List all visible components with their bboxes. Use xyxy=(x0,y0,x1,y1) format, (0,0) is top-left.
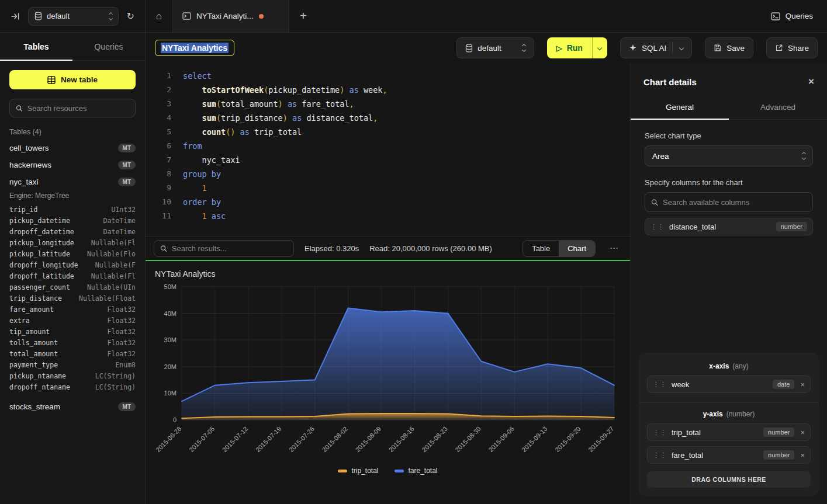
available-column-distance_total[interactable]: ⋮⋮distance_totalnumber xyxy=(645,218,813,235)
column-type: Nullable(Fl xyxy=(91,239,136,247)
tables-section-label: Tables (4) xyxy=(9,128,136,136)
column-name: trip_distance xyxy=(9,294,62,303)
chart-details-panel: Chart details × General Advanced Select … xyxy=(630,63,827,504)
svg-text:2015-08-30: 2015-08-30 xyxy=(454,425,482,453)
drag-handle-icon[interactable]: ⋮⋮ xyxy=(653,381,667,388)
table-row-nyc_taxi[interactable]: nyc_taxiMT xyxy=(0,173,145,190)
column-type: UInt32 xyxy=(111,206,136,214)
table-row-hackernews[interactable]: hackernewsMT xyxy=(0,157,145,173)
resource-search-input[interactable] xyxy=(27,104,129,113)
column-type: LC(String) xyxy=(95,372,136,380)
view-toggle-table[interactable]: Table xyxy=(523,241,559,256)
results-toolbar: Elapsed: 0.320s Read: 20,000,000 rows (2… xyxy=(146,236,630,260)
column-type: Float32 xyxy=(108,305,136,314)
drag-handle-icon[interactable]: ⋮⋮ xyxy=(650,223,665,231)
column-type: Nullable(Flo xyxy=(87,250,136,258)
y-axis-column-trip_total[interactable]: ⋮⋮trip_totalnumber× xyxy=(647,423,811,441)
y-axis-items: ⋮⋮trip_totalnumber×⋮⋮fare_totalnumber× xyxy=(645,423,813,464)
results-search-input[interactable] xyxy=(172,244,288,253)
column-row: trip_idUInt32 xyxy=(0,204,145,215)
tab-title: NYTaxi Analyti... xyxy=(196,12,254,20)
chart-type-label: Select chart type xyxy=(645,131,813,140)
column-search-input[interactable] xyxy=(663,198,807,207)
remove-icon[interactable]: × xyxy=(800,428,805,437)
more-options-button[interactable]: ⋯ xyxy=(606,243,622,253)
line-number: 5 xyxy=(156,125,171,139)
column-name: dropoff_datetime xyxy=(9,228,74,236)
svg-text:40M: 40M xyxy=(164,310,177,317)
column-row: passenger_countNullable(UIn xyxy=(0,281,145,293)
database-icon xyxy=(465,44,473,53)
tab-nytaxi-analytics[interactable]: NYTaxi Analyti... xyxy=(172,0,289,32)
chart-type-select[interactable]: Area xyxy=(645,145,813,166)
sql-ai-button[interactable]: SQL AI xyxy=(620,37,692,58)
share-button[interactable]: Share xyxy=(766,37,818,58)
svg-text:2015-07-05: 2015-07-05 xyxy=(188,425,216,453)
drag-handle-icon[interactable]: ⋮⋮ xyxy=(653,451,667,459)
drag-handle-icon[interactable]: ⋮⋮ xyxy=(653,429,667,436)
remove-icon[interactable]: × xyxy=(800,451,805,460)
new-tab-button[interactable]: + xyxy=(289,9,317,23)
sql-editor[interactable]: 1select2 toStartOfWeek(pickup_datetime) … xyxy=(146,63,630,236)
share-icon xyxy=(775,44,783,52)
close-icon[interactable]: × xyxy=(808,76,814,88)
new-table-button[interactable]: New table xyxy=(9,70,136,89)
column-search[interactable] xyxy=(645,192,813,212)
column-name: fare_amount xyxy=(9,305,54,314)
line-number: 6 xyxy=(156,139,171,153)
share-button-label: Share xyxy=(788,44,809,53)
save-button[interactable]: Save xyxy=(705,37,753,58)
chart-legend: trip_totalfare_total xyxy=(155,467,621,475)
chart-type-value: Area xyxy=(652,152,669,161)
legend-item-fare_total[interactable]: fare_total xyxy=(395,467,437,475)
column-row: dropoff_longitudeNullable(F xyxy=(0,259,145,270)
engine-badge: MT xyxy=(118,402,136,411)
collapse-sidebar-button[interactable] xyxy=(8,9,22,23)
search-icon xyxy=(16,105,23,112)
x-axis-column-week[interactable]: ⋮⋮weekdate× xyxy=(647,376,811,393)
svg-text:2015-09-06: 2015-09-06 xyxy=(487,425,515,453)
run-options-button[interactable] xyxy=(592,37,607,58)
panel-tab-general[interactable]: General xyxy=(631,97,729,119)
legend-item-trip_total[interactable]: trip_total xyxy=(338,467,378,475)
line-number: 1 xyxy=(156,69,171,83)
line-number: 8 xyxy=(156,167,171,181)
queries-button[interactable]: Queries xyxy=(771,12,813,20)
column-name: pickup_datetime xyxy=(9,217,70,225)
column-row: pickup_datetimeDateTime xyxy=(0,215,145,226)
resource-search[interactable] xyxy=(9,99,136,117)
column-row: trip_distanceNullable(Float xyxy=(0,293,145,304)
svg-text:2015-08-23: 2015-08-23 xyxy=(421,425,449,453)
column-name: trip_total xyxy=(672,428,701,437)
view-toggle-chart[interactable]: Chart xyxy=(559,241,595,256)
column-name: pickup_latitude xyxy=(9,250,70,258)
database-selector[interactable]: default xyxy=(28,7,119,26)
area-chart[interactable]: 010M20M30M40M50M2015-06-282015-07-052015… xyxy=(155,281,622,467)
table-row-stocks_stream[interactable]: stocks_streamMT xyxy=(0,398,145,415)
remove-icon[interactable]: × xyxy=(800,380,805,389)
new-table-label: New table xyxy=(61,75,98,84)
svg-text:50M: 50M xyxy=(164,283,177,290)
table-name: nyc_taxi xyxy=(9,178,39,186)
code-line: 10order by xyxy=(156,195,630,209)
run-button-group: ▷ Run xyxy=(547,37,607,58)
sidebar-tab-queries[interactable]: Queries xyxy=(72,33,145,60)
sidebar-tab-tables[interactable]: Tables xyxy=(0,33,72,60)
table-row-cell_towers[interactable]: cell_towersMT xyxy=(0,140,145,157)
panel-tab-advanced[interactable]: Advanced xyxy=(729,97,827,119)
drop-zone[interactable]: DRAG COLUMNS HERE xyxy=(647,471,811,488)
sparkle-icon xyxy=(629,44,637,52)
query-title-input[interactable]: NYTaxi Analytics xyxy=(155,40,234,56)
type-badge: number xyxy=(776,222,807,231)
home-button[interactable]: ⌂ xyxy=(146,0,172,32)
svg-text:2015-08-02: 2015-08-02 xyxy=(321,425,349,453)
table-grid-icon xyxy=(47,76,56,84)
results-search[interactable] xyxy=(154,240,294,257)
refresh-button[interactable]: ↻ xyxy=(124,8,137,24)
chevron-updown-icon xyxy=(521,44,525,51)
chart-area: NYTaxi Analytics 010M20M30M40M50M2015-06… xyxy=(146,261,630,504)
y-axis-column-fare_total[interactable]: ⋮⋮fare_totalnumber× xyxy=(647,446,811,464)
run-button[interactable]: ▷ Run xyxy=(547,37,592,58)
column-name: extra xyxy=(9,317,30,325)
query-database-selector[interactable]: default xyxy=(456,37,534,58)
